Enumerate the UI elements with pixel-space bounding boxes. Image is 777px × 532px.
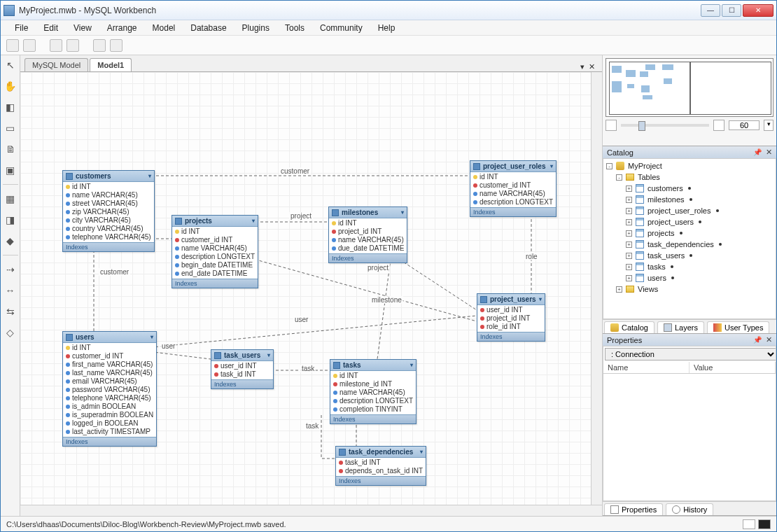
entity-milestones[interactable]: milestones▾id INTproject_id INTname VARC…: [328, 206, 407, 263]
output-pane-icon[interactable]: [743, 519, 755, 529]
entity-projects[interactable]: projects▾id INTcustomer_id INTname VARCH…: [172, 215, 258, 288]
catalog-table-projects[interactable]: +projects: [606, 227, 773, 239]
titlebar[interactable]: MyProject.mwb - MySQL Workbench — ☐ ✕: [1, 1, 776, 20]
zoom-dropdown[interactable]: ▾: [764, 120, 774, 131]
entity-task_dependencies[interactable]: task_dependencies▾task_id INTdepends_on_…: [335, 446, 426, 486]
navigator-thumbnail[interactable]: [606, 58, 774, 117]
console-pane-icon[interactable]: [758, 519, 771, 529]
close-button[interactable]: ✕: [743, 4, 774, 17]
catalog-table-project_user_roles[interactable]: +project_user_roles: [606, 205, 773, 216]
catalog-table-customers[interactable]: +customers: [606, 183, 773, 194]
canvas-scrollbar-v[interactable]: [591, 72, 602, 516]
menu-help[interactable]: Help: [371, 22, 402, 34]
editor-tabbar: MySQL Model Model1 ▾ ✕: [20, 55, 602, 72]
catalog-table-project_users[interactable]: +project_users: [606, 216, 773, 227]
catalog-table-milestones[interactable]: +milestones: [606, 194, 773, 205]
catalog-table-task_users[interactable]: +task_users: [606, 250, 773, 261]
catalog-panel-title[interactable]: Catalog 📌 ✕: [603, 146, 776, 158]
grid-icon[interactable]: [93, 39, 106, 52]
relation-label: task: [300, 365, 316, 372]
tab-history[interactable]: History: [666, 503, 713, 515]
menu-file[interactable]: File: [8, 22, 35, 34]
properties-grid[interactable]: [603, 374, 776, 500]
relation-label: project: [289, 212, 313, 220]
relation-label: customer: [99, 268, 130, 276]
menu-plugins[interactable]: Plugins: [235, 22, 276, 34]
entity-customers[interactable]: customers▾id INTname VARCHAR(45)street V…: [62, 170, 155, 252]
tab-close-icon[interactable]: ✕: [589, 62, 595, 71]
relation-1n-icon[interactable]: ⇢: [4, 262, 18, 276]
menu-tools[interactable]: Tools: [278, 22, 312, 34]
relation-existing-icon[interactable]: ◇: [4, 326, 18, 340]
tab-dropdown-icon[interactable]: ▾: [580, 62, 584, 71]
view-tool-icon[interactable]: ◨: [4, 213, 18, 227]
entity-tasks[interactable]: tasks▾id INTmilestone_id INTname VARCHAR…: [330, 359, 416, 424]
pin-icon[interactable]: 📌: [753, 148, 762, 156]
status-text: C:\Users\dhaas\Documents\Diloc-Blog\Work…: [6, 520, 286, 528]
catalog-table-tasks[interactable]: +tasks: [606, 261, 773, 272]
relation-label: project: [366, 264, 390, 272]
zoom-value[interactable]: 60: [729, 120, 760, 130]
entity-users[interactable]: users▾id INTcustomer_id INTfirst_name VA…: [62, 331, 157, 447]
canvas-scrollbar-h[interactable]: [20, 505, 602, 516]
relation-label: task: [304, 422, 320, 430]
pin-icon[interactable]: 📌: [753, 336, 762, 344]
hand-tool-icon[interactable]: ✋: [4, 79, 18, 93]
routine-tool-icon[interactable]: ◆: [4, 234, 18, 248]
menu-database[interactable]: Database: [183, 22, 233, 34]
layer-tool-icon[interactable]: ▭: [4, 121, 18, 135]
relation-nm-icon[interactable]: ⇆: [4, 304, 18, 318]
relation-label: user: [160, 342, 176, 350]
toolbar: [1, 36, 776, 55]
menu-arrange[interactable]: Arrange: [100, 22, 144, 34]
zoom-100-icon[interactable]: [713, 120, 724, 131]
app-icon: [4, 5, 15, 16]
menu-community[interactable]: Community: [313, 22, 370, 34]
catalog-table-task_dependencies[interactable]: +task_dependencies: [606, 239, 773, 250]
statusbar: C:\Users\dhaas\Documents\Diloc-Blog\Work…: [1, 516, 776, 531]
zoom-slider[interactable]: [621, 124, 709, 127]
tab-model1[interactable]: Model1: [90, 58, 132, 71]
maximize-button[interactable]: ☐: [722, 4, 741, 17]
redo-icon[interactable]: [66, 39, 79, 52]
relation-label: role: [524, 253, 539, 260]
entity-project_users[interactable]: project_users▾user_id INTproject_id INTr…: [477, 293, 545, 342]
eer-canvas[interactable]: customers▾id INTname VARCHAR(45)street V…: [20, 72, 602, 516]
catalog-table-users[interactable]: +users: [606, 272, 773, 284]
panel-close-icon[interactable]: ✕: [766, 148, 772, 157]
table-tool-icon[interactable]: ▦: [4, 192, 18, 206]
window-title: MyProject.mwb - MySQL Workbench: [19, 6, 701, 15]
relation-11-icon[interactable]: ↔: [4, 284, 18, 298]
tool-strip: ↖ ✋ ◧ ▭ 🗎 ▣ ▦ ◨ ◆ ⇢ ↔ ⇆ ◇: [1, 55, 20, 516]
properties-col-value[interactable]: Value: [690, 362, 776, 373]
zoom-fit-icon[interactable]: [606, 120, 617, 131]
note-tool-icon[interactable]: 🗎: [4, 142, 18, 156]
image-tool-icon[interactable]: ▣: [4, 163, 18, 177]
catalog-tree[interactable]: -MyProject-Tables+customers+milestones+p…: [603, 159, 776, 296]
menu-model[interactable]: Model: [146, 22, 183, 34]
properties-col-name[interactable]: Name: [603, 362, 690, 373]
open-icon[interactable]: [6, 39, 19, 52]
tab-properties[interactable]: Properties: [604, 503, 663, 515]
undo-icon[interactable]: [50, 39, 62, 52]
relation-label: milestone: [370, 296, 403, 304]
tab-catalog[interactable]: Catalog: [604, 321, 654, 333]
menubar: File Edit View Arrange Model Database Pl…: [1, 20, 776, 36]
panel-close-icon[interactable]: ✕: [766, 335, 772, 344]
menu-view[interactable]: View: [66, 22, 99, 34]
entity-project_user_roles[interactable]: project_user_roles▾id INTcustomer_id INT…: [470, 160, 556, 217]
tab-layers[interactable]: Layers: [657, 321, 704, 333]
navigator-panel: 60 ▾: [603, 55, 776, 146]
menu-edit[interactable]: Edit: [36, 22, 65, 34]
tab-mysql-model[interactable]: MySQL Model: [24, 58, 88, 71]
save-icon[interactable]: [23, 39, 36, 52]
properties-selector[interactable]: : Connection: [605, 348, 776, 360]
properties-panel-title[interactable]: Properties 📌 ✕: [603, 334, 776, 346]
snap-icon[interactable]: [110, 39, 122, 52]
minimize-button[interactable]: —: [701, 4, 720, 17]
eraser-tool-icon[interactable]: ◧: [4, 100, 18, 114]
pointer-tool-icon[interactable]: ↖: [4, 58, 18, 72]
tab-usertypes[interactable]: User Types: [707, 321, 769, 333]
relation-label: customer: [279, 167, 311, 175]
entity-task_users[interactable]: task_users▾user_id INTtask_id INTIndexes: [211, 349, 274, 389]
